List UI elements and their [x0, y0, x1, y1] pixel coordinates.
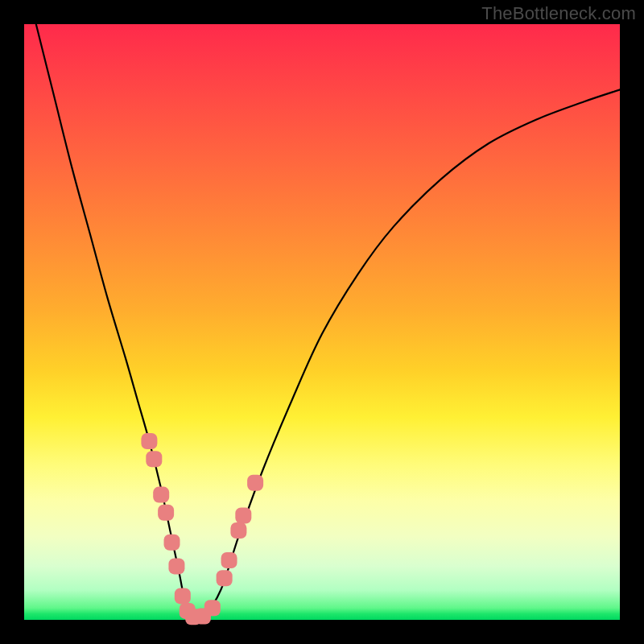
bottleneck-curve	[36, 24, 620, 620]
highlight-dot	[235, 508, 251, 524]
chart-svg	[24, 24, 620, 620]
chart-frame: TheBottleneck.com	[0, 0, 644, 644]
highlight-dot	[175, 588, 191, 604]
highlight-markers	[141, 433, 263, 625]
highlight-dot	[164, 535, 180, 551]
plot-area	[24, 24, 620, 620]
highlight-dot	[221, 552, 237, 568]
watermark-text: TheBottleneck.com	[481, 3, 636, 24]
highlight-dot	[168, 558, 184, 574]
highlight-dot	[158, 505, 174, 521]
highlight-dot	[247, 475, 263, 491]
highlight-dot	[153, 487, 169, 503]
highlight-dot	[141, 433, 157, 449]
highlight-dot	[146, 451, 162, 467]
highlight-dot	[204, 600, 221, 616]
highlight-dot	[217, 570, 233, 586]
highlight-dot	[230, 522, 246, 539]
